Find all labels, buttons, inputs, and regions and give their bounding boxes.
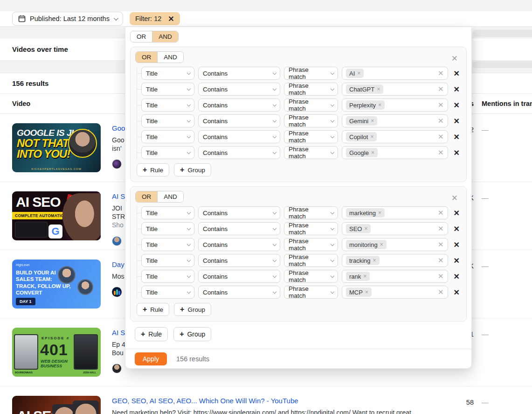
remove-tag-icon[interactable]: × — [380, 241, 383, 248]
operator-select[interactable]: Contains — [198, 67, 280, 80]
group-or-toggle[interactable]: OR — [136, 52, 157, 63]
delete-rule-icon[interactable]: ✕ — [452, 133, 462, 141]
operator-select[interactable]: Contains — [198, 238, 280, 251]
operator-select[interactable]: Contains — [198, 114, 280, 127]
match-type-select[interactable]: Phrase match — [284, 98, 338, 112]
video-thumbnail[interactable]: AI SEO WHAT DO YOU CALL IT? — [12, 396, 101, 414]
video-thumbnail[interactable]: HighLevel BUILD YOUR AI SALES TEAM: TRAC… — [12, 260, 101, 309]
match-type-select[interactable]: Phrase match — [284, 286, 338, 299]
add-group-button[interactable]: + Group — [173, 327, 211, 341]
match-type-select[interactable]: Phrase match — [284, 254, 338, 267]
delete-rule-icon[interactable]: ✕ — [452, 288, 462, 297]
field-select[interactable]: Title — [141, 83, 194, 96]
match-type-select[interactable]: Phrase match — [284, 222, 338, 235]
filter-count-chip[interactable]: Filter: 12 ✕ — [130, 12, 180, 25]
video-thumbnail[interactable]: AI SEO IN 2025 COMPLETE AUTOMATION PLAYB… — [12, 191, 101, 240]
group-and-toggle[interactable]: AND — [157, 52, 183, 63]
clear-input-icon[interactable]: ✕ — [438, 240, 444, 249]
video-thumbnail[interactable]: GOOGLE IS JUST NOT THAT INTO YOU! KICKEX… — [12, 123, 101, 172]
remove-tag-icon[interactable]: × — [363, 273, 366, 280]
clear-input-icon[interactable]: ✕ — [438, 69, 444, 77]
clear-input-icon[interactable]: ✕ — [438, 288, 444, 296]
clear-input-icon[interactable]: ✕ — [438, 225, 444, 233]
remove-tag-icon[interactable]: × — [371, 149, 374, 156]
delete-rule-icon[interactable]: ✕ — [452, 101, 462, 110]
add-rule-button[interactable]: + Rule — [135, 327, 168, 341]
match-type-select[interactable]: Phrase match — [284, 83, 338, 96]
remove-tag-icon[interactable]: × — [364, 225, 367, 232]
field-select[interactable]: Title — [141, 254, 194, 267]
value-tag-input[interactable]: MCP× ✕ — [342, 286, 448, 299]
match-type-select[interactable]: Phrase match — [284, 114, 338, 127]
clear-input-icon[interactable]: ✕ — [438, 117, 444, 125]
remove-group-icon[interactable]: ✕ — [451, 194, 458, 202]
add-group-button[interactable]: +Group — [174, 303, 211, 316]
operator-select[interactable]: Contains — [198, 130, 280, 143]
delete-rule-icon[interactable]: ✕ — [452, 117, 462, 126]
video-title-link[interactable]: GEO, SEO, AI SEO, AEO... Which One Will … — [112, 397, 457, 405]
match-type-select[interactable]: Phrase match — [284, 238, 338, 251]
value-tag-input[interactable]: Gemini× ✕ — [342, 114, 448, 127]
remove-tag-icon[interactable]: × — [370, 133, 373, 140]
value-tag-input[interactable]: Copilot× ✕ — [342, 130, 448, 143]
remove-tag-icon[interactable]: × — [378, 210, 381, 216]
value-tag-input[interactable]: AI× ✕ — [342, 67, 448, 80]
add-rule-button[interactable]: +Rule — [137, 303, 169, 316]
operator-select[interactable]: Contains — [198, 206, 280, 219]
value-tag-input[interactable]: Perplexity× ✕ — [342, 98, 448, 112]
field-select[interactable]: Title — [141, 146, 194, 159]
operator-select[interactable]: Contains — [198, 98, 280, 112]
group-or-toggle[interactable]: OR — [136, 191, 157, 202]
field-select[interactable]: Title — [141, 286, 194, 299]
value-tag-input[interactable]: ChatGPT× ✕ — [342, 83, 448, 96]
delete-rule-icon[interactable]: ✕ — [452, 256, 462, 265]
field-select[interactable]: Title — [141, 238, 194, 251]
operator-select[interactable]: Contains — [198, 83, 280, 96]
outer-or-toggle[interactable]: OR — [131, 31, 152, 42]
field-select[interactable]: Title — [141, 270, 194, 283]
clear-input-icon[interactable]: ✕ — [438, 272, 444, 281]
delete-rule-icon[interactable]: ✕ — [452, 209, 462, 218]
value-tag-input[interactable]: marketing× ✕ — [342, 206, 448, 219]
value-tag-input[interactable]: Google× ✕ — [342, 146, 448, 159]
clear-input-icon[interactable]: ✕ — [438, 101, 444, 109]
clear-input-icon[interactable]: ✕ — [438, 85, 444, 93]
value-tag-input[interactable]: monitoring× ✕ — [342, 238, 448, 251]
clear-input-icon[interactable]: ✕ — [438, 256, 444, 265]
outer-and-toggle[interactable]: AND — [152, 31, 178, 42]
remove-tag-icon[interactable]: × — [378, 102, 381, 108]
field-select[interactable]: Title — [141, 114, 194, 127]
add-group-button[interactable]: +Group — [174, 163, 211, 176]
match-type-select[interactable]: Phrase match — [284, 206, 338, 219]
match-type-select[interactable]: Phrase match — [284, 67, 338, 80]
remove-tag-icon[interactable]: × — [371, 118, 374, 124]
delete-rule-icon[interactable]: ✕ — [452, 272, 462, 281]
clear-input-icon[interactable]: ✕ — [438, 209, 444, 217]
operator-select[interactable]: Contains — [198, 270, 280, 283]
operator-select[interactable]: Contains — [198, 254, 280, 267]
add-rule-button[interactable]: +Rule — [137, 163, 169, 176]
value-tag-input[interactable]: rank× ✕ — [342, 270, 448, 283]
field-select[interactable]: Title — [141, 67, 194, 80]
delete-rule-icon[interactable]: ✕ — [452, 225, 462, 233]
remove-group-icon[interactable]: ✕ — [451, 55, 458, 63]
operator-select[interactable]: Contains — [198, 146, 280, 159]
clear-input-icon[interactable]: ✕ — [438, 133, 444, 141]
delete-rule-icon[interactable]: ✕ — [452, 85, 462, 94]
remove-tag-icon[interactable]: × — [377, 86, 380, 92]
delete-rule-icon[interactable]: ✕ — [452, 240, 462, 249]
operator-select[interactable]: Contains — [198, 286, 280, 299]
value-tag-input[interactable]: tracking× ✕ — [342, 254, 448, 267]
clear-input-icon[interactable]: ✕ — [438, 148, 444, 157]
match-type-select[interactable]: Phrase match — [284, 270, 338, 283]
field-select[interactable]: Title — [141, 222, 194, 235]
published-date-filter[interactable]: Published: Last 12 months — [12, 12, 123, 26]
remove-tag-icon[interactable]: × — [373, 257, 376, 264]
delete-rule-icon[interactable]: ✕ — [452, 69, 462, 78]
apply-button[interactable]: Apply — [135, 352, 167, 365]
video-thumbnail[interactable]: EPISODE # 401 WEB DESIGNBUSINESS BOURBON… — [12, 328, 101, 377]
field-select[interactable]: Title — [141, 98, 194, 112]
match-type-select[interactable]: Phrase match — [284, 130, 338, 143]
value-tag-input[interactable]: SEO× ✕ — [342, 222, 448, 235]
field-select[interactable]: Title — [141, 130, 194, 143]
